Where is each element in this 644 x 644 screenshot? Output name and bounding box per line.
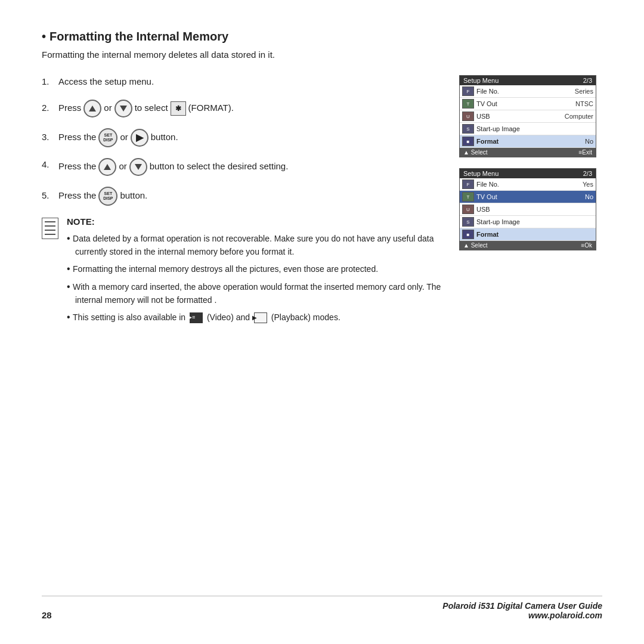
page: • Formatting the Internal Memory Formatt… bbox=[0, 0, 644, 644]
menu2-format-label: Format bbox=[476, 231, 593, 238]
footer-right: Polaroid i531 Digital Camera User Guide … bbox=[442, 601, 602, 620]
note-bullet-2: Formatting the internal memory destroys … bbox=[67, 262, 441, 276]
menu1-format-label: Format bbox=[476, 138, 585, 145]
menu1-fileno-value: Series bbox=[575, 88, 593, 95]
menu2-tvout-value: No bbox=[585, 193, 593, 200]
note-bullet-1: Data deleted by a format operation is no… bbox=[67, 231, 441, 258]
menu1-format-value: No bbox=[585, 138, 593, 145]
step-5-button: button. bbox=[120, 189, 147, 203]
menu2-row-format: ■ Format bbox=[460, 228, 596, 241]
step-5-content: Press the SETDISP button. bbox=[58, 187, 147, 206]
menu2-header-left: Setup Menu bbox=[463, 170, 499, 177]
down-arrow-btn[interactable] bbox=[114, 100, 132, 117]
menu1-row-format: ■ Format No bbox=[460, 135, 596, 148]
menu2-fileno-icon: F bbox=[462, 179, 474, 189]
step-1-text: Access the setup menu. bbox=[58, 75, 154, 89]
video-mode-icon: ▶≡ bbox=[190, 312, 203, 323]
set-disp-button[interactable]: SETDISP bbox=[98, 128, 117, 147]
menu1-usb-label: USB bbox=[476, 113, 565, 120]
step-4-up-btn[interactable] bbox=[98, 158, 116, 176]
menu2-tvout-label: TV Out bbox=[476, 193, 585, 200]
menu1-tvout-value: NTSC bbox=[575, 100, 593, 107]
step-2: 2. Press or to select ✱ (FORMAT). bbox=[42, 100, 441, 117]
menu2-row-usb: U USB bbox=[460, 203, 596, 216]
step-4-press: Press the bbox=[58, 160, 96, 174]
step-4: 4. Press the or button to select the des… bbox=[42, 158, 441, 176]
step-2-content: Press or to select ✱ (FORMAT). bbox=[58, 100, 234, 117]
note-icon bbox=[42, 218, 58, 239]
note-bullet-4: This setting is also available in ▶≡ (Vi… bbox=[67, 310, 441, 324]
menu-screenshot-2: Setup Menu 2/3 F File No. Yes T TV Out N… bbox=[459, 168, 596, 250]
title-bullet: • bbox=[42, 30, 46, 44]
content-area: 1. Access the setup menu. 2. Press or to… bbox=[42, 75, 602, 596]
step-4-num: 4. bbox=[42, 158, 58, 172]
step-5-press: Press the bbox=[58, 189, 96, 203]
step-4-down-btn[interactable] bbox=[129, 158, 147, 176]
menu1-usb-icon: U bbox=[462, 112, 474, 121]
subtitle: Formatting the internal memory deletes a… bbox=[42, 49, 602, 60]
menu1-tvout-label: TV Out bbox=[476, 100, 575, 107]
step-2-or1: or bbox=[104, 101, 112, 115]
menu2-footer-right: ≡Ok bbox=[581, 242, 592, 249]
note-content: NOTE: Data deleted by a format operation… bbox=[67, 216, 441, 328]
step-2-press: Press bbox=[58, 101, 81, 115]
menu2-header-right: 2/3 bbox=[583, 170, 592, 177]
step-5-num: 5. bbox=[42, 189, 58, 203]
steps-column: 1. Access the setup menu. 2. Press or to… bbox=[42, 75, 441, 596]
note-title: NOTE: bbox=[67, 216, 441, 227]
step-5: 5. Press the SETDISP button. bbox=[42, 187, 441, 206]
menu2-row-tvout: T TV Out No bbox=[460, 191, 596, 203]
menu1-header-right: 2/3 bbox=[583, 77, 592, 84]
menu1-row-fileno: F File No. Series bbox=[460, 85, 596, 98]
up-arrow-btn[interactable] bbox=[83, 100, 101, 117]
menu1-fileno-icon: F bbox=[462, 86, 474, 96]
menu1-header: Setup Menu 2/3 bbox=[460, 76, 596, 85]
menu1-footer: ▲ Select ≡Exit bbox=[460, 148, 596, 157]
menu1-footer-arrow: ▲ Select bbox=[463, 149, 487, 156]
menu2-row-fileno: F File No. Yes bbox=[460, 178, 596, 191]
step-5-set-disp-button[interactable]: SETDISP bbox=[98, 187, 117, 206]
menu2-row-startup: S Start-up Image bbox=[460, 216, 596, 228]
step-4-or: or bbox=[119, 160, 126, 174]
menu1-startup-label: Start-up Image bbox=[476, 125, 593, 132]
joystick-btn[interactable]: ▶ bbox=[131, 129, 148, 147]
step-2-num: 2. bbox=[42, 101, 58, 115]
step-3: 3. Press the SETDISP or ▶ button. bbox=[42, 128, 441, 147]
footer-url: www.polaroid.com bbox=[442, 611, 602, 620]
menu2-footer: ▲ Select ≡Ok bbox=[460, 241, 596, 250]
step-3-button: button. bbox=[151, 131, 178, 144]
menu2-format-icon: ■ bbox=[462, 230, 474, 239]
menu-screenshot-1: Setup Menu 2/3 F File No. Series T TV Ou… bbox=[459, 75, 596, 157]
menus-column: Setup Menu 2/3 F File No. Series T TV Ou… bbox=[459, 75, 602, 596]
menu2-tvout-icon: T bbox=[462, 192, 474, 202]
footer: 28 Polaroid i531 Digital Camera User Gui… bbox=[42, 596, 602, 620]
step-3-num: 3. bbox=[42, 131, 58, 144]
menu1-row-startup: S Start-up Image bbox=[460, 123, 596, 135]
menu1-tvout-icon: T bbox=[462, 99, 474, 109]
footer-title: Polaroid i531 Digital Camera User Guide bbox=[442, 601, 602, 611]
step-2-format-label: (FORMAT). bbox=[188, 101, 234, 115]
menu2-startup-label: Start-up Image bbox=[476, 218, 593, 225]
menu1-fileno-label: File No. bbox=[476, 88, 575, 95]
step-4-text: button to select the desired setting. bbox=[150, 160, 289, 174]
menu2-header: Setup Menu 2/3 bbox=[460, 169, 596, 178]
step-1: 1. Access the setup menu. bbox=[42, 75, 441, 89]
menu2-startup-icon: S bbox=[462, 217, 474, 227]
format-key-icon: ✱ bbox=[171, 101, 186, 116]
menu1-row-usb: U USB Computer bbox=[460, 110, 596, 123]
step-1-num: 1. bbox=[42, 75, 58, 89]
menu1-header-left: Setup Menu bbox=[463, 77, 499, 84]
menu1-row-tvout: T TV Out NTSC bbox=[460, 98, 596, 110]
menu2-fileno-value: Yes bbox=[583, 181, 593, 188]
menu1-startup-icon: S bbox=[462, 124, 474, 134]
menu1-usb-value: Computer bbox=[565, 113, 593, 120]
step-2-toselect: to select bbox=[135, 101, 168, 115]
playback-mode-icon: ▶ bbox=[254, 312, 267, 323]
footer-page-num: 28 bbox=[42, 610, 52, 620]
page-title: Formatting the Internal Memory bbox=[49, 30, 228, 44]
step-3-or: or bbox=[120, 131, 128, 144]
menu2-footer-arrow: ▲ Select bbox=[463, 242, 487, 249]
note-section: NOTE: Data deleted by a format operation… bbox=[42, 216, 441, 328]
step-3-press: Press the bbox=[58, 131, 96, 144]
menu1-footer-right: ≡Exit bbox=[578, 149, 592, 156]
